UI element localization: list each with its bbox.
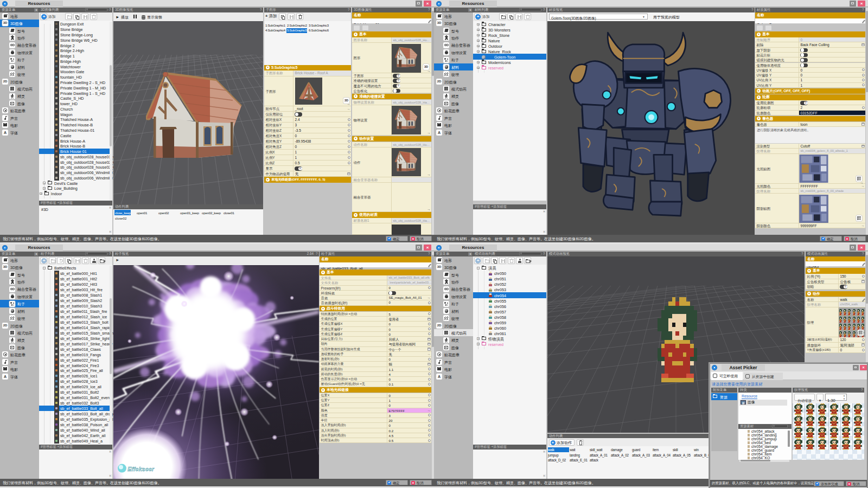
svg-text:Effekseer: Effekseer [127, 465, 155, 472]
